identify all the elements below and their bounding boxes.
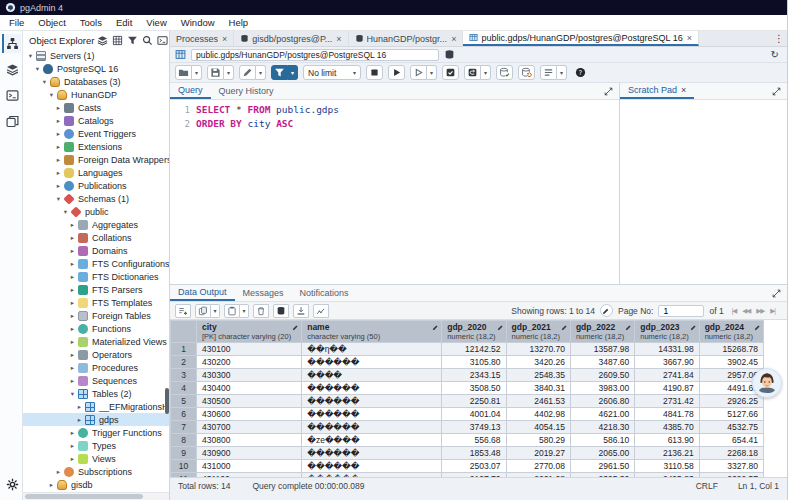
graph-visualiser-button[interactable]	[313, 304, 329, 318]
tree-item-databases-3[interactable]: ▾Databases (3)	[23, 75, 169, 88]
table-cell[interactable]: ������	[302, 460, 442, 473]
table-cell[interactable]: 580.29	[506, 434, 570, 447]
table-cell[interactable]: 2268.18	[699, 447, 763, 460]
commit-button[interactable]	[442, 65, 459, 80]
table-cell[interactable]: 3508.50	[442, 382, 506, 395]
table-cell[interactable]: 15268.78	[699, 343, 763, 356]
tree-item-public[interactable]: ▾public	[23, 205, 169, 218]
tab-data-output[interactable]: Data Output	[170, 285, 235, 301]
table-cell[interactable]: 3327.80	[699, 460, 763, 473]
close-icon[interactable]: ×	[222, 34, 227, 44]
tree-item-trigger-functions[interactable]: ▸Trigger Functions	[23, 426, 169, 439]
table-cell[interactable]: 3487.60	[570, 356, 634, 369]
table-cell[interactable]: ��η��	[302, 343, 442, 356]
table-cell[interactable]: 2548.35	[506, 369, 570, 382]
table-cell[interactable]: 3902.45	[699, 356, 763, 369]
tree-expander-icon[interactable]: ▾	[26, 52, 35, 60]
tree-item-catalogs[interactable]: ▸Catalogs	[23, 114, 169, 127]
row-number-header[interactable]	[171, 321, 197, 343]
tree-item-types[interactable]: ▸Types	[23, 439, 169, 452]
workspace-tab-public-gdps-hunangdp-pos[interactable]: public.gdps/HunanGDP/postgres@PostgreSQL…	[463, 31, 699, 46]
tree-item-fts-dictionaries[interactable]: ▸FTS Dictionaries	[23, 270, 169, 283]
tree-expander-icon[interactable]: ▸	[68, 377, 77, 385]
save-file-button[interactable]	[207, 65, 224, 80]
workspace-tab-hunangdp-postgr[interactable]: HunanGDP/postgr...×	[349, 31, 464, 46]
column-header-gdp_2020[interactable]: gdp_2020numeric (18,2)	[442, 321, 506, 343]
table-cell[interactable]: 12142.52	[442, 343, 506, 356]
query-tool-button[interactable]	[96, 34, 109, 47]
table-cell[interactable]: 2461.53	[506, 395, 570, 408]
tree-expander-icon[interactable]: ▸	[54, 143, 63, 151]
tree-item-languages[interactable]: ▸Languages	[23, 166, 169, 179]
table-cell[interactable]: 4402.98	[506, 408, 570, 421]
save-results-to-file-button[interactable]	[293, 304, 309, 318]
previous-page-button[interactable]: ◀◀	[739, 307, 753, 315]
column-header-gdp_2023[interactable]: gdp_2023numeric (18,2)	[635, 321, 699, 343]
tree-item-functions[interactable]: ▸Functions	[23, 322, 169, 335]
table-cell[interactable]: 2731.42	[635, 395, 699, 408]
table-cell[interactable]: 430200	[197, 356, 302, 369]
tree-expander-icon[interactable]: ▸	[68, 260, 77, 268]
tree-expander-icon[interactable]: ▸	[68, 442, 77, 450]
help-button[interactable]: ?	[572, 65, 589, 80]
row-number[interactable]: 10	[171, 460, 197, 473]
table-cell[interactable]: 4190.87	[635, 382, 699, 395]
connection-status-icon[interactable]	[444, 49, 455, 60]
filter-button[interactable]	[271, 65, 288, 80]
psql-tool-button[interactable]	[156, 34, 169, 47]
table-cell[interactable]: 556.68	[442, 434, 506, 447]
activity-query-tool-button[interactable]	[2, 60, 21, 79]
row-number[interactable]: 8	[171, 434, 197, 447]
open-file-button[interactable]	[175, 65, 192, 80]
edit-dropdown[interactable]: ▾	[256, 65, 266, 80]
row-number[interactable]: 11	[171, 473, 197, 478]
tree-expander-icon[interactable]: ▾	[40, 78, 49, 86]
table-cell[interactable]: 4841.78	[635, 408, 699, 421]
execute-options-button[interactable]	[410, 65, 427, 80]
tree-expander-icon[interactable]: ▾	[61, 208, 70, 216]
tree-item-servers-1[interactable]: ▾Servers (1)	[23, 49, 169, 62]
table-cell[interactable]: 2606.80	[570, 395, 634, 408]
column-header-gdp_2024[interactable]: gdp_2024numeric (18,2)	[699, 321, 763, 343]
assistant-avatar[interactable]	[752, 368, 782, 398]
table-cell[interactable]: 2503.07	[442, 460, 506, 473]
table-cell[interactable]: 430800	[197, 434, 302, 447]
save-data-changes-button[interactable]	[273, 304, 289, 318]
tree-expander-icon[interactable]: ▾	[54, 195, 63, 203]
save-file-dropdown[interactable]: ▾	[224, 65, 234, 80]
tree-item-subscriptions[interactable]: ▸Subscriptions	[23, 465, 169, 478]
tab-notifications[interactable]: Notifications	[292, 285, 357, 301]
column-header-gdp_2022[interactable]: gdp_2022numeric (18,2)	[570, 321, 634, 343]
expand-icon[interactable]	[766, 285, 787, 301]
table-cell[interactable]: ������	[302, 421, 442, 434]
table-cell[interactable]: 586.10	[570, 434, 634, 447]
tree-expander-icon[interactable]: ▸	[68, 247, 77, 255]
table-cell[interactable]: 4001.04	[442, 408, 506, 421]
table-cell[interactable]: ������	[302, 382, 442, 395]
table-cell[interactable]: 2961.50	[570, 460, 634, 473]
table-cell[interactable]: 2343.15	[442, 369, 506, 382]
table-cell[interactable]: ����	[302, 369, 442, 382]
tree-expander-icon[interactable]: ▸	[68, 364, 77, 372]
menu-window[interactable]: Window	[174, 15, 222, 31]
edit-options-dropdown[interactable]: ▾	[557, 65, 567, 80]
tree-expander-icon[interactable]: ▸	[68, 286, 77, 294]
row-number[interactable]: 7	[171, 421, 197, 434]
row-number[interactable]: 2	[171, 356, 197, 369]
execute-options-dropdown[interactable]: ▾	[427, 65, 437, 80]
close-icon[interactable]: ×	[681, 85, 686, 95]
tree-expander-icon[interactable]: ▸	[68, 221, 77, 229]
table-cell[interactable]: 3983.00	[570, 382, 634, 395]
execute-script-button[interactable]	[388, 65, 405, 80]
table-cell[interactable]: ������	[302, 395, 442, 408]
tree-item-procedures[interactable]: ▸Procedures	[23, 361, 169, 374]
tree-horizontal-scrollbar[interactable]	[23, 492, 169, 500]
edit-options-button[interactable]	[540, 65, 557, 80]
table-cell[interactable]: 4385.70	[635, 421, 699, 434]
tree-expander-icon[interactable]: ▸	[54, 468, 63, 476]
column-header-city[interactable]: city[PK] character varying (20)	[197, 321, 302, 343]
table-cell[interactable]: 2692.57	[699, 473, 763, 478]
workspace-tab-processes[interactable]: Processes×	[170, 31, 234, 46]
tree-item-event-triggers[interactable]: ▸Event Triggers	[23, 127, 169, 140]
tree-expander-icon[interactable]: ▸	[68, 351, 77, 359]
